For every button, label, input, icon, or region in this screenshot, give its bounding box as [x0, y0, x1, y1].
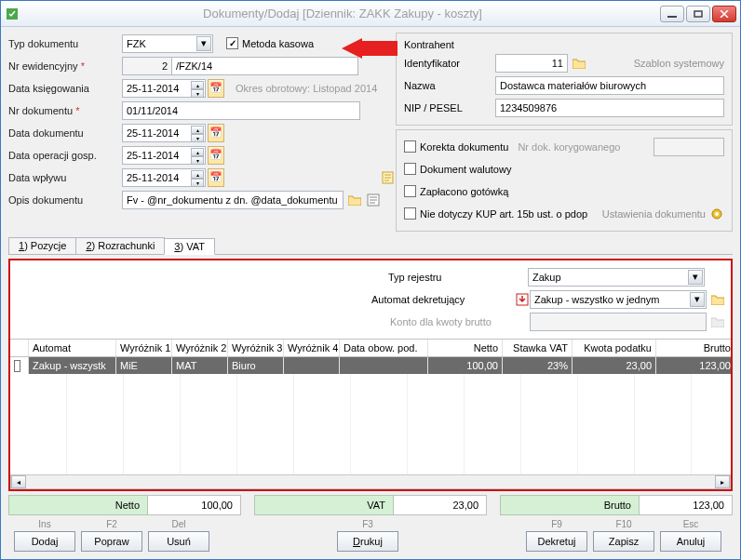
- kup-checkbox[interactable]: [404, 207, 416, 220]
- dekretuj-button[interactable]: Dekretuj: [526, 531, 587, 552]
- kup-label: Nie dotyczy KUP art. 15b ust. o pdop: [420, 208, 587, 220]
- folder-icon: [710, 313, 725, 331]
- window-title: Dokumenty/Dodaj [Dziennik: ZAKK Zakupy -…: [25, 7, 660, 20]
- data-ksiegowania-label: Data księgowania: [8, 83, 122, 94]
- typ-dokumentu-value: FZK: [127, 38, 146, 49]
- automat-dekretujacy-combo[interactable]: Zakup - wszystko w jednym▾: [530, 290, 707, 309]
- nr-dokumentu-input[interactable]: 01/11/2014: [122, 101, 360, 120]
- totals-netto-value: 100,00: [148, 495, 241, 515]
- scroll-right-icon[interactable]: ▸: [715, 475, 730, 488]
- svg-marker-3: [342, 38, 397, 59]
- tab-pozycje[interactable]: 11) Pozycje) Pozycje: [8, 237, 76, 254]
- gotowka-label: Zapłacono gotówką: [420, 186, 508, 197]
- totals-bar: Netto 100,00 VAT 23,00 Brutto 123,00: [8, 495, 733, 515]
- note-icon[interactable]: [381, 168, 396, 187]
- data-operacji-label: Data operacji gosp.: [8, 150, 122, 161]
- data-dokumentu-label: Data dokumentu: [8, 127, 122, 139]
- tab-vat[interactable]: 3) VAT: [164, 238, 215, 255]
- automat-dekretujacy-label: Automat dekretujący: [371, 294, 511, 305]
- totals-vat-label: VAT: [254, 495, 394, 515]
- vat-grid-row[interactable]: Zakup - wszystk MiE MAT Biuro 100,00 23%…: [10, 357, 731, 374]
- szablon-systemowy-link[interactable]: Szablon systemowy: [634, 58, 724, 69]
- konto-brutto-label: Konto dla kwoty brutto: [390, 316, 530, 327]
- tab-strip: 11) Pozycje) Pozycje 2) Rozrachunki 3) V…: [8, 237, 733, 255]
- korekta-checkbox[interactable]: [404, 140, 416, 153]
- nr-ewidencyjny-suffix[interactable]: /FZK/14: [172, 57, 358, 75]
- hint-f2: F2: [106, 519, 117, 530]
- anuluj-button[interactable]: Anuluj: [660, 531, 721, 552]
- row-checkbox[interactable]: [14, 360, 20, 372]
- script-icon[interactable]: [366, 191, 381, 209]
- grid-blank-area: [10, 374, 731, 474]
- chevron-down-icon[interactable]: ▾: [690, 292, 705, 307]
- hint-f10: F10: [615, 519, 631, 530]
- minimize-button[interactable]: [660, 6, 684, 22]
- totals-netto-label: Netto: [8, 495, 148, 515]
- svg-point-7: [715, 212, 719, 216]
- nr-dok-koryg-input: [653, 138, 724, 156]
- nr-dokumentu-label: Nr dokumentu: [8, 105, 122, 116]
- walutowy-label: Dokument walutowy: [420, 164, 511, 175]
- metoda-kasowa-label: Metoda kasowa: [242, 38, 314, 49]
- kontrahent-group-label: Kontrahent: [404, 39, 724, 50]
- hint-del: Del: [171, 519, 185, 530]
- nazwa-input[interactable]: Dostawca materiałów biurowych: [495, 76, 724, 95]
- nazwa-label: Nazwa: [404, 80, 495, 91]
- hint-ins: Ins: [38, 519, 50, 530]
- identyfikator-input[interactable]: 11: [495, 54, 568, 73]
- ustawienia-dokumentu-link[interactable]: Ustawienia dokumentu: [602, 208, 706, 220]
- nr-ewidencyjny-label: Nr ewidencyjny: [8, 60, 122, 72]
- download-arrow-icon[interactable]: [515, 290, 530, 309]
- identyfikator-label: Identyfikator: [404, 58, 495, 69]
- typ-dokumentu-combo[interactable]: FZK ▾: [122, 34, 213, 53]
- nr-dok-koryg-label: Nr dok. korygowanego: [518, 141, 620, 153]
- data-wplywu-input[interactable]: 25-11-2014▴▾: [122, 168, 206, 187]
- folder-icon[interactable]: [347, 191, 362, 209]
- walutowy-checkbox[interactable]: [404, 163, 416, 175]
- data-ksiegowania-input[interactable]: 25-11-2014▴▾: [122, 79, 206, 98]
- data-dokumentu-input[interactable]: 25-11-2014▴▾: [122, 124, 206, 142]
- data-operacji-input[interactable]: 25-11-2014▴▾: [122, 146, 206, 165]
- totals-brutto-value: 123,00: [640, 495, 733, 515]
- maximize-button[interactable]: [686, 6, 710, 22]
- metoda-kasowa-checkbox[interactable]: [226, 37, 238, 49]
- totals-brutto-label: Brutto: [500, 495, 640, 515]
- typ-dokumentu-label: Typ dokumentu: [8, 38, 122, 49]
- svg-rect-1: [667, 16, 677, 18]
- calendar-icon[interactable]: 📅: [208, 124, 224, 142]
- zapisz-button[interactable]: Zapisz: [593, 531, 654, 552]
- opis-dokumentu-input[interactable]: Fv - @nr_dokumentu z dn. @data_dokumentu: [122, 191, 344, 209]
- tab-rozrachunki[interactable]: 2) Rozrachunki: [75, 237, 165, 254]
- nip-pesel-input[interactable]: 1234509876: [495, 99, 724, 117]
- calendar-icon[interactable]: 📅: [208, 146, 224, 165]
- h-scrollbar[interactable]: ◂ ▸: [10, 474, 731, 489]
- korekta-label: Korekta dokumentu: [420, 141, 508, 153]
- typ-rejestru-label: Typ rejestru: [388, 272, 528, 283]
- chevron-down-icon[interactable]: ▾: [688, 270, 703, 285]
- okres-obrotowy: Okres obrotowy: Listopad 2014: [236, 83, 377, 94]
- chevron-down-icon[interactable]: ▾: [196, 36, 211, 51]
- dodaj-button[interactable]: Dodaj: [14, 531, 75, 552]
- typ-rejestru-combo[interactable]: Zakup▾: [528, 268, 705, 287]
- folder-icon[interactable]: [710, 290, 725, 309]
- scroll-left-icon[interactable]: ◂: [11, 475, 26, 488]
- hint-esc: Esc: [683, 519, 699, 530]
- konto-brutto-input: [530, 313, 707, 331]
- svg-rect-2: [694, 11, 702, 17]
- hint-f9: F9: [551, 519, 562, 530]
- popraw-button[interactable]: Popraw: [81, 531, 142, 552]
- app-icon: [5, 7, 20, 21]
- gear-icon[interactable]: [709, 205, 724, 223]
- nr-ewidencyjny-value: 2: [122, 57, 172, 75]
- titlebar: Dokumenty/Dodaj [Dziennik: ZAKK Zakupy -…: [1, 1, 740, 27]
- vat-grid-header: Automat Wyróżnik 1 Wyróżnik 2 Wyróżnik 3…: [10, 339, 731, 357]
- folder-icon[interactable]: [572, 54, 586, 73]
- calendar-icon[interactable]: 📅: [208, 168, 224, 187]
- calendar-icon[interactable]: 📅: [208, 79, 224, 98]
- nip-pesel-label: NIP / PESEL: [404, 102, 495, 113]
- close-button[interactable]: [712, 6, 736, 22]
- usun-button[interactable]: Usuń: [148, 531, 209, 552]
- drukuj-button[interactable]: Drukuj: [337, 531, 398, 552]
- gotowka-checkbox[interactable]: [404, 185, 416, 197]
- data-wplywu-label: Data wpływu: [8, 172, 122, 183]
